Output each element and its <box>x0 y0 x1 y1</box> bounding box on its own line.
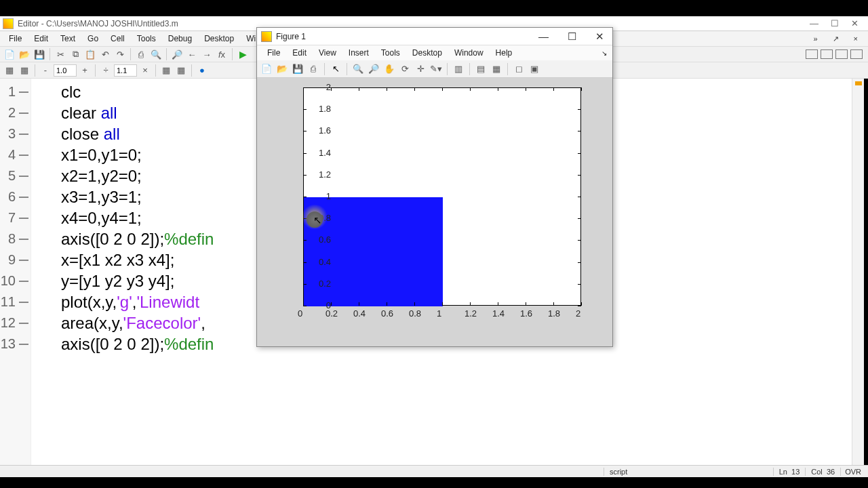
fig-menu-insert[interactable]: Insert <box>342 47 375 59</box>
menu-text[interactable]: Text <box>54 33 81 45</box>
status-line: Ln 13 <box>773 468 806 476</box>
fig-pan-icon[interactable]: ✋ <box>382 62 396 76</box>
menu-debug[interactable]: Debug <box>162 33 198 45</box>
cut-icon[interactable]: ✂ <box>54 47 67 61</box>
menu-go[interactable]: Go <box>81 33 104 45</box>
window-controls: — ☐ ✕ <box>810 18 868 28</box>
status-col: Col 36 <box>805 468 840 476</box>
warning-marker[interactable] <box>855 81 862 85</box>
zoom-in-value[interactable]: 1.1 <box>114 64 137 77</box>
fig-legend-icon[interactable]: ▤ <box>474 62 488 76</box>
fig-menu-view[interactable]: View <box>313 47 342 59</box>
fig-zoomin-icon[interactable]: 🔍 <box>351 62 365 76</box>
fig-axes-icon[interactable]: ▦ <box>490 62 503 76</box>
close-tab-icon[interactable]: × <box>848 33 864 44</box>
fwd-icon[interactable]: → <box>200 47 214 61</box>
save-icon[interactable]: 💾 <box>33 47 46 61</box>
figure-close-button[interactable]: ✕ <box>595 30 604 43</box>
menu-desktop[interactable]: Desktop <box>198 33 240 45</box>
window-title: Editor - C:\Users\MANOJ JOSHI\Untitled3.… <box>18 19 178 28</box>
fig-menu-window[interactable]: Window <box>448 47 490 59</box>
breakpoint-icon[interactable]: ● <box>195 64 209 77</box>
redo-icon[interactable]: ↷ <box>113 47 127 61</box>
menu-edit[interactable]: Edit <box>28 33 54 45</box>
help-icon[interactable]: » <box>807 33 823 44</box>
zoom-out-value[interactable]: 1.0 <box>54 64 77 77</box>
fig-menu-help[interactable]: Help <box>490 47 519 59</box>
find-icon[interactable]: 🔎 <box>170 47 184 61</box>
paste-icon[interactable]: 📋 <box>83 47 97 61</box>
axes-box[interactable] <box>303 87 581 306</box>
figure-window[interactable]: Figure 1 — ☐ ✕ File Edit View Insert Too… <box>256 27 613 347</box>
code-minimap[interactable] <box>852 79 864 465</box>
fig-menu-tools[interactable]: Tools <box>375 47 406 59</box>
figure-titlebar: Figure 1 — ☐ ✕ <box>257 28 612 45</box>
fig-menu-desktop[interactable]: Desktop <box>406 47 448 59</box>
fig-open-icon[interactable]: 📂 <box>275 62 289 76</box>
fig-new-icon[interactable]: 📄 <box>260 62 273 76</box>
fig-menu-edit[interactable]: Edit <box>286 47 313 59</box>
menu-file[interactable]: File <box>3 33 28 45</box>
status-mode: script <box>604 468 633 476</box>
figure-logo-icon <box>261 31 272 42</box>
fig-pointer-icon[interactable]: ↖ <box>329 62 342 76</box>
eval-cell-icon[interactable]: ▦ <box>159 64 173 77</box>
plus-icon[interactable]: + <box>78 64 92 77</box>
line-gutter: 12345678910111213 <box>0 79 31 465</box>
figure-minimize-button[interactable]: — <box>538 30 549 43</box>
figure-maximize-button[interactable]: ☐ <box>568 30 576 43</box>
open-file-icon[interactable]: 📂 <box>18 47 31 61</box>
fig-save-icon[interactable]: 💾 <box>291 62 304 76</box>
cell-outdent-icon[interactable]: ▦ <box>18 64 31 77</box>
layout-4-icon[interactable] <box>850 49 863 59</box>
figure-title: Figure 1 <box>276 32 306 41</box>
fig-hide-icon[interactable]: ◻ <box>512 62 526 76</box>
copy-icon[interactable]: ⧉ <box>68 47 82 61</box>
layout-3-icon[interactable] <box>835 49 848 59</box>
maximize-button[interactable]: ☐ <box>831 18 839 28</box>
fig-print-icon[interactable]: ⎙ <box>307 62 320 76</box>
times-icon[interactable]: × <box>138 64 152 77</box>
minus-icon[interactable]: - <box>39 64 52 77</box>
figure-menubar: File Edit View Insert Tools Desktop Wind… <box>257 45 612 60</box>
print-icon[interactable]: ⎙ <box>134 47 148 61</box>
back-icon[interactable]: ← <box>185 47 199 61</box>
undock-icon[interactable]: ↗ <box>827 33 845 45</box>
eval-advance-icon[interactable]: ▦ <box>174 64 188 77</box>
fig-zoomout-icon[interactable]: 🔎 <box>367 62 380 76</box>
print-preview-icon[interactable]: 🔍 <box>149 47 163 61</box>
dock-controls: » ↗ × <box>807 33 868 45</box>
fig-show-icon[interactable]: ▣ <box>528 62 541 76</box>
divide-icon[interactable]: ÷ <box>99 64 113 77</box>
menu-tools[interactable]: Tools <box>131 33 162 45</box>
menu-cell[interactable]: Cell <box>104 33 131 45</box>
func-icon[interactable]: fx <box>215 47 229 61</box>
layout-2-icon[interactable] <box>821 49 833 59</box>
matlab-logo-icon <box>3 18 14 29</box>
new-file-icon[interactable]: 📄 <box>3 47 16 61</box>
fig-datacursor-icon[interactable]: ✛ <box>414 62 427 76</box>
fig-colorbar-icon[interactable]: ▥ <box>452 62 465 76</box>
close-button[interactable]: ✕ <box>851 18 859 28</box>
figure-window-controls: — ☐ ✕ <box>538 30 612 43</box>
cell-indent-icon[interactable]: ▦ <box>3 64 16 77</box>
run-icon[interactable]: ▶ <box>236 47 250 61</box>
layout-buttons <box>806 49 868 59</box>
fig-menu-file[interactable]: File <box>261 47 286 59</box>
figure-toolbar: 📄 📂 💾 ⎙ ↖ 🔍 🔎 ✋ ⟳ ✛ ✎▾ ▥ ▤ ▦ ◻ ▣ <box>257 60 612 78</box>
layout-1-icon[interactable] <box>806 49 818 59</box>
status-bar: script Ln 13 Col 36 OVR <box>0 465 868 477</box>
fig-rotate-icon[interactable]: ⟳ <box>398 62 412 76</box>
figure-axes-area[interactable]: 00.20.40.60.811.21.41.61.8200.20.40.60.8… <box>257 78 612 346</box>
fig-brush-icon[interactable]: ✎▾ <box>429 62 443 76</box>
figure-dock-icon[interactable]: ↘ <box>595 48 612 58</box>
status-ovr: OVR <box>840 468 868 476</box>
minimize-button[interactable]: — <box>810 18 818 28</box>
undo-icon[interactable]: ↶ <box>98 47 112 61</box>
